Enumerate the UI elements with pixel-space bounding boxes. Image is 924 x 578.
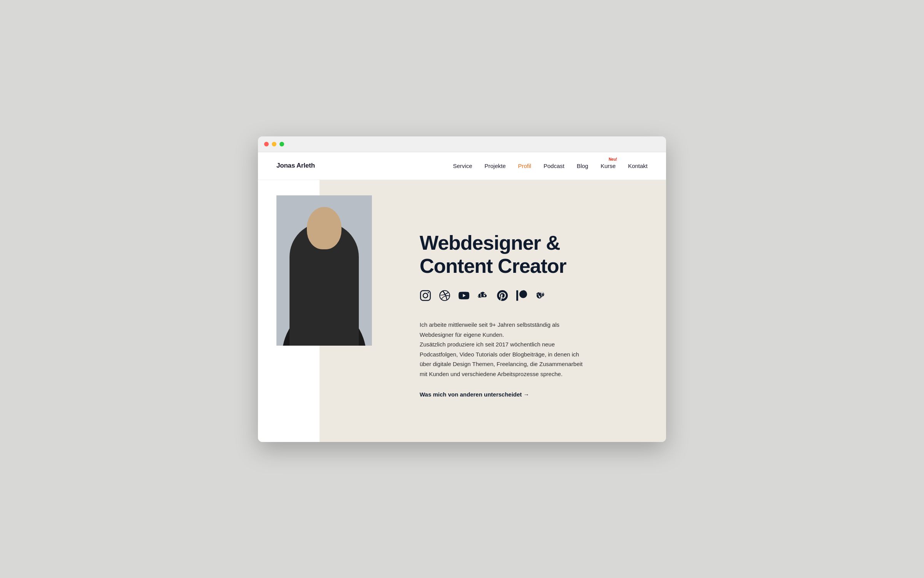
- svg-point-8: [329, 271, 335, 274]
- close-button-dot[interactable]: [264, 142, 269, 146]
- svg-rect-2: [316, 288, 333, 307]
- maximize-button-dot[interactable]: [280, 142, 284, 146]
- site-header: Jonas Arleth Service Projekte Profil Pod…: [258, 152, 666, 180]
- content-right: Webdesigner & Content Creator: [389, 180, 666, 442]
- svg-point-4: [301, 239, 347, 271]
- hero-title: Webdesigner & Content Creator: [420, 232, 641, 278]
- nav-item-kurse[interactable]: Kurse Neu!: [601, 163, 616, 169]
- webflow-icon[interactable]: [535, 290, 547, 301]
- nav-item-kontakt[interactable]: Kontakt: [628, 163, 648, 169]
- svg-point-7: [314, 271, 319, 274]
- nav-item-projekte[interactable]: Projekte: [484, 163, 506, 169]
- soundcloud-icon[interactable]: [477, 290, 489, 301]
- instagram-icon[interactable]: [420, 290, 431, 301]
- svg-point-6: [333, 249, 350, 276]
- profile-photo: [276, 195, 372, 346]
- content-left: [258, 180, 389, 442]
- new-badge: Neu!: [609, 157, 617, 161]
- site-logo[interactable]: Jonas Arleth: [276, 162, 315, 170]
- profile-image-container: [276, 195, 372, 346]
- svg-point-3: [302, 246, 346, 299]
- patreon-icon[interactable]: [516, 290, 527, 301]
- browser-chrome: [258, 136, 666, 152]
- site-content: Webdesigner & Content Creator: [258, 180, 666, 442]
- dribbble-icon[interactable]: [439, 290, 450, 301]
- nav-item-podcast[interactable]: Podcast: [544, 163, 564, 169]
- pinterest-icon[interactable]: [497, 290, 508, 301]
- nav-item-profil[interactable]: Profil: [518, 163, 531, 169]
- svg-point-1: [282, 307, 367, 346]
- nav-item-service[interactable]: Service: [453, 163, 472, 169]
- youtube-icon[interactable]: [458, 290, 470, 301]
- svg-point-9: [310, 284, 338, 296]
- bio-text: Ich arbeite mittlerweile seit 9+ Jahren …: [420, 320, 589, 379]
- portrait-svg: [276, 195, 372, 346]
- social-icons-row: [420, 290, 641, 301]
- svg-point-5: [299, 249, 316, 276]
- minimize-button-dot[interactable]: [272, 142, 276, 146]
- cta-link[interactable]: Was mich von anderen unterscheidet →: [420, 391, 641, 398]
- site-nav: Service Projekte Profil Podcast Blog Kur…: [453, 163, 648, 169]
- svg-rect-0: [276, 195, 372, 346]
- browser-window: Jonas Arleth Service Projekte Profil Pod…: [258, 136, 666, 442]
- nav-item-blog[interactable]: Blog: [577, 163, 588, 169]
